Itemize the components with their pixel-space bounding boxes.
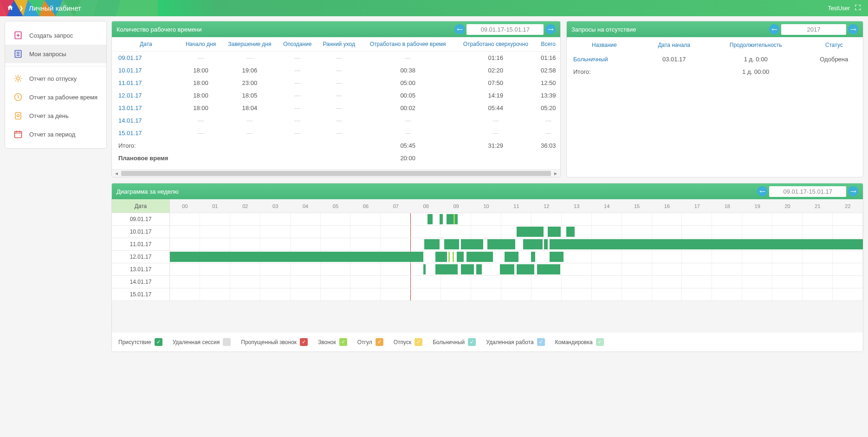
next-week-button[interactable]: 🡒 xyxy=(545,24,556,34)
next-week-button[interactable]: 🡒 xyxy=(848,186,858,196)
presence-bar[interactable] xyxy=(566,227,575,237)
date-cell[interactable]: 15.01.17 xyxy=(112,127,180,139)
presence-bar[interactable] xyxy=(423,264,425,274)
diagram-day-row: 12.01.17 xyxy=(112,251,863,263)
legend-item[interactable]: Больничный ✓ xyxy=(433,338,476,346)
home-icon[interactable] xyxy=(7,4,13,12)
date-cell[interactable]: 09.01.17 xyxy=(112,52,180,65)
sidebar-item-create-request[interactable]: Создать запрос xyxy=(5,26,106,45)
legend-checkbox[interactable]: ✓ xyxy=(596,338,604,346)
presence-bar[interactable] xyxy=(424,239,440,249)
table-row[interactable]: 10.01.17 18:00 19:06 — — 00:38 02:20 02:… xyxy=(112,64,560,77)
presence-bar[interactable] xyxy=(444,239,459,249)
legend-checkbox[interactable]: ✓ xyxy=(468,338,476,346)
table-row[interactable]: Больничный 03.01.17 1 д. 0:00 Одобрена xyxy=(567,53,863,65)
legend-label: Больничный xyxy=(433,339,465,346)
hour-header: 10 xyxy=(471,199,501,213)
date-range-display[interactable]: 09.01.17-15.01.17 xyxy=(769,186,846,197)
date-cell[interactable]: 14.01.17 xyxy=(112,114,180,127)
next-year-button[interactable]: 🡒 xyxy=(848,24,858,34)
now-line xyxy=(410,226,411,238)
create-request-icon xyxy=(13,31,23,40)
presence-bar[interactable] xyxy=(461,239,483,249)
sidebar-item-vacation-report[interactable]: Отчет по отпуску xyxy=(5,69,106,88)
presence-bar[interactable] xyxy=(500,264,514,274)
presence-bar[interactable] xyxy=(544,239,547,249)
legend-item[interactable]: Звонок ✓ xyxy=(318,338,347,346)
table-row[interactable]: 13.01.17 18:00 18:04 — — 00:02 05:44 05:… xyxy=(112,102,560,114)
presence-bar[interactable] xyxy=(435,264,458,274)
table-row[interactable]: 15.01.17 — — — — — — — xyxy=(112,127,560,139)
presence-bar[interactable] xyxy=(170,252,423,262)
column-header: Продолжительность xyxy=(706,37,805,53)
date-cell[interactable]: 12.01.17 xyxy=(112,89,180,102)
year-display[interactable]: 2017 xyxy=(781,24,846,35)
presence-bar[interactable] xyxy=(517,264,535,274)
scroll-left-icon[interactable]: ◄ xyxy=(113,171,120,176)
diagram-day-row: 10.01.17 xyxy=(112,226,863,238)
date-range-display[interactable]: 09.01.17-15.01.17 xyxy=(466,24,544,35)
presence-bar[interactable] xyxy=(550,239,863,249)
prev-year-button[interactable]: 🡐 xyxy=(769,24,779,34)
horizontal-scrollbar[interactable]: ◄ ► xyxy=(112,169,560,177)
presence-bar[interactable] xyxy=(440,214,443,224)
table-row[interactable]: 09.01.17 — — — — — 01:16 01:16 xyxy=(112,52,560,65)
date-cell[interactable]: 13.01.17 xyxy=(112,102,180,114)
user-name[interactable]: TestUser xyxy=(828,5,850,12)
call-bar[interactable] xyxy=(453,214,455,224)
legend-checkbox[interactable]: ✓ xyxy=(376,338,383,346)
presence-bar[interactable] xyxy=(523,239,543,249)
legend-item[interactable]: Пропущенный звонок ✓ xyxy=(241,338,308,346)
cell: 36:03 xyxy=(537,139,560,152)
presence-bar[interactable] xyxy=(457,252,464,262)
presence-bar[interactable] xyxy=(531,252,535,262)
table-row[interactable]: 14.01.17 — — — — — — — xyxy=(112,114,560,127)
scroll-right-icon[interactable]: ► xyxy=(552,171,559,176)
legend-item[interactable]: Отгул ✓ xyxy=(357,338,383,346)
table-row[interactable]: 11.01.17 18:00 23:00 — — 05:00 07:50 12:… xyxy=(112,77,560,89)
presence-bar[interactable] xyxy=(461,264,474,274)
sidebar-item-worktime-report[interactable]: Отчет за рабочее время xyxy=(5,88,106,106)
cell: 23:00 xyxy=(221,77,278,89)
scroll-thumb[interactable] xyxy=(121,171,551,176)
cell: — xyxy=(317,64,361,77)
absence-panel: Запросы на отсутствие 🡐 2017 🡒 НазваниеД… xyxy=(566,21,863,177)
fullscreen-icon[interactable] xyxy=(855,4,861,12)
call-bar[interactable] xyxy=(448,252,450,262)
legend-item[interactable]: Удаленная сессия xyxy=(173,338,231,346)
presence-bar[interactable] xyxy=(466,252,493,262)
prev-week-button[interactable]: 🡐 xyxy=(454,24,465,34)
legend-checkbox[interactable] xyxy=(223,338,231,346)
date-cell[interactable]: 10.01.17 xyxy=(112,64,180,77)
sidebar-item-day-report[interactable]: Отчет за день xyxy=(5,106,106,125)
date-cell[interactable]: 11.01.17 xyxy=(112,77,180,89)
name-cell[interactable]: Больничный xyxy=(567,53,642,65)
presence-bar[interactable] xyxy=(487,239,515,249)
legend-item[interactable]: Отпуск ✓ xyxy=(394,338,422,346)
legend-item[interactable]: Удаленная работа ✓ xyxy=(486,338,544,346)
presence-bar[interactable] xyxy=(537,264,560,274)
presence-bar[interactable] xyxy=(550,252,564,262)
legend-checkbox[interactable]: ✓ xyxy=(300,338,308,346)
cell: 1 д. 00:00 xyxy=(706,65,805,78)
legend-checkbox[interactable]: ✓ xyxy=(339,338,347,346)
presence-bar[interactable] xyxy=(476,264,482,274)
table-row[interactable]: 12.01.17 18:00 18:05 — — 00:05 14:19 13:… xyxy=(112,89,560,102)
svg-rect-16 xyxy=(15,112,21,119)
sidebar-item-label: Отчет за рабочее время xyxy=(29,94,97,101)
legend-checkbox[interactable]: ✓ xyxy=(415,338,422,346)
sidebar-item-my-requests[interactable]: Мои запросы xyxy=(5,45,106,63)
prev-week-button[interactable]: 🡐 xyxy=(757,186,767,196)
presence-bar[interactable] xyxy=(447,214,458,224)
presence-bar[interactable] xyxy=(548,227,561,237)
legend-checkbox[interactable]: ✓ xyxy=(155,338,162,346)
legend-item[interactable]: Командировка ✓ xyxy=(555,338,604,346)
sidebar-item-period-report[interactable]: Отчет за период xyxy=(5,125,106,143)
presence-bar[interactable] xyxy=(517,227,544,237)
call-bar[interactable] xyxy=(453,252,454,262)
legend-checkbox[interactable]: ✓ xyxy=(537,338,545,346)
presence-bar[interactable] xyxy=(435,252,447,262)
presence-bar[interactable] xyxy=(428,214,432,224)
legend-item[interactable]: Присутствие ✓ xyxy=(118,338,162,346)
presence-bar[interactable] xyxy=(505,252,518,262)
